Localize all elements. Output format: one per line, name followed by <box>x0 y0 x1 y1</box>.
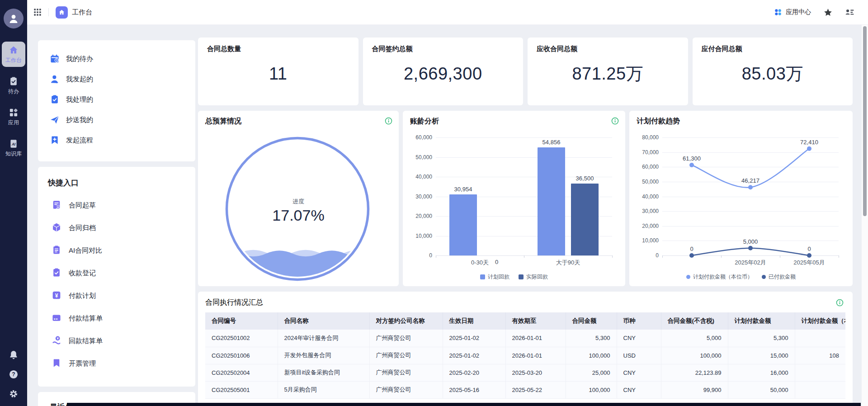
svg-text:¥: ¥ <box>57 336 59 340</box>
user-avatar[interactable] <box>4 9 24 28</box>
quick-entry-panel: 快捷入口 合同起草合同归档AI合同对比收款登记¥付款计划付款结算单¥回款结算单开… <box>38 167 195 387</box>
y-axis-tick: 10,000 <box>642 237 659 244</box>
menu-item-my-todos[interactable]: 我的待办 <box>50 54 195 64</box>
table-row-2[interactable]: CG202502004新项目it设备采购合同广州商贸公司2025-02-2020… <box>205 364 845 381</box>
y-axis-tick: 50,000 <box>642 179 659 185</box>
table-cell: 5,000 <box>661 330 728 347</box>
rail-item-workbench[interactable]: 工作台 <box>2 42 25 67</box>
grid-menu-icon[interactable] <box>33 8 42 16</box>
y-axis-tick: 40,000 <box>642 194 659 200</box>
topbar-right: 应用中心 <box>774 8 854 17</box>
stat-card-value: 871.25万 <box>537 53 679 98</box>
contract-summary-panel: 合同执行情况汇总 合同编号合同名称对方签约公司名称生效日期有效期至合同金额币种合… <box>198 292 853 406</box>
menu-item-label: 付款结算单 <box>69 314 103 323</box>
menu-item-my-initiated[interactable]: 我发起的 <box>50 74 195 84</box>
table-cell: 2025-01-02 <box>443 347 505 364</box>
workbench-home-badge[interactable] <box>56 6 68 19</box>
home-icon <box>58 9 65 16</box>
quick-item-receipt-settlement[interactable]: ¥回款结算单 <box>52 335 195 347</box>
table-cell: 广州商贸公司 <box>369 381 443 398</box>
svg-text:AI: AI <box>11 142 16 146</box>
rail-item-todo[interactable]: 待办 <box>2 73 25 98</box>
table-cell: CNY <box>617 330 661 347</box>
quick-item-contract-draft[interactable]: 合同起草 <box>52 199 195 211</box>
quick-item-ai-contract-compare[interactable]: AI合同对比 <box>52 245 195 256</box>
info-icon[interactable] <box>385 117 392 125</box>
table-cell: CG202502004 <box>205 364 278 381</box>
legend-item[interactable]: 实际回款 <box>519 273 548 281</box>
my-work-menu: 我的待办我发起的我处理的抄送我的发起流程 <box>50 54 195 145</box>
quick-item-contract-archive[interactable]: 合同归档 <box>52 222 195 234</box>
chart-legend: 计划回款实际回款 <box>403 273 625 281</box>
table-row-1[interactable]: CG202501006开发外包服务合同广州商贸公司2025-01-022026-… <box>205 347 845 364</box>
ai-book-icon: AI <box>9 139 19 149</box>
charts-row: 总预算情况 进度 17.07% 账龄分析 010,00020,00030,000… <box>198 111 853 286</box>
legend-item[interactable]: 计划付款金额（本位币） <box>686 273 753 281</box>
quick-item-invoice-management[interactable]: 开票管理 <box>52 358 195 369</box>
y-axis-tick: 60,000 <box>415 134 432 141</box>
page-title: 工作台 <box>72 8 92 17</box>
settings-gear-icon[interactable] <box>9 389 19 399</box>
menu-item-cc-to-me[interactable]: 抄送我的 <box>50 115 195 125</box>
app-center-button[interactable]: 应用中心 <box>774 8 811 16</box>
table-cell: 2026-01-01 <box>505 347 566 364</box>
payment-trend-panel: 计划付款趋势 010,00020,00030,00040,00050,00060… <box>629 111 853 286</box>
menu-item-label: 合同起草 <box>69 201 96 210</box>
stat-card-3: 应付合同总额85.03万 <box>693 38 853 105</box>
y-axis-tick: 30,000 <box>415 194 432 200</box>
horizontal-scrollbar[interactable] <box>67 403 861 406</box>
table-cell: 22,123.89 <box>661 364 728 381</box>
table-cell <box>795 364 845 381</box>
rail-item-knowledge-base[interactable]: AI知识库 <box>2 135 25 161</box>
quick-item-payment-settlement[interactable]: 付款结算单 <box>52 312 195 324</box>
y-axis-tick: 70,000 <box>642 149 659 156</box>
legend-swatch <box>762 275 766 279</box>
legend-item[interactable]: 已付款金额 <box>762 273 796 281</box>
menu-item-my-processed[interactable]: 我处理的 <box>50 94 195 104</box>
table-cell: 100,000 <box>566 381 617 398</box>
bookmark-plus-icon <box>50 135 60 145</box>
favorite-star-icon[interactable] <box>824 8 832 17</box>
legend-item[interactable]: 计划回款 <box>480 273 509 281</box>
four-dot-apps-icon <box>774 8 782 16</box>
payment-trend-title: 计划付款趋势 <box>637 117 680 126</box>
chart-legend: 计划付款金额（本位币）已付款金额 <box>629 273 853 281</box>
stat-card-label: 合同总数量 <box>207 45 349 53</box>
contract-table: 合同编号合同名称对方签约公司名称生效日期有效期至合同金额币种合同金额(不含税)计… <box>205 312 845 399</box>
table-cell: 2025-01-02 <box>443 330 505 347</box>
x-axis-category: 2025年05月 <box>793 259 825 267</box>
table-cell: 50,000 <box>728 381 795 398</box>
info-icon[interactable] <box>611 117 619 125</box>
table-row-0[interactable]: CG2025010022024年审计服务合同广州商贸公司2025-01-0220… <box>205 330 845 347</box>
menu-item-label: 我处理的 <box>66 95 93 104</box>
x-axis-category: 2025年02月 <box>735 259 766 267</box>
quick-item-payment-plan[interactable]: ¥付款计划 <box>52 290 195 302</box>
table-cell: USD <box>617 347 661 364</box>
table-cell: 100,000 <box>661 347 728 364</box>
menu-item-label: 付款计划 <box>69 292 96 300</box>
stat-card-0: 合同总数量11 <box>198 38 359 105</box>
clipboard-check-icon <box>50 94 60 104</box>
vertical-scrollbar-thumb[interactable] <box>863 26 867 216</box>
hand-coin-icon: ¥ <box>52 335 63 347</box>
vertical-scrollbar-track[interactable] <box>862 25 868 406</box>
topbar: 工作台 应用中心 <box>27 0 868 25</box>
table-row-3[interactable]: CG2025050015月采购合同广州商贸公司2025-05-162025-05… <box>205 381 845 398</box>
contacts-icon[interactable] <box>845 8 854 17</box>
stat-card-label: 应付合同总额 <box>702 45 844 53</box>
info-icon[interactable] <box>836 299 844 307</box>
quick-item-receipt-register[interactable]: 收款登记 <box>52 267 195 279</box>
table-cell: 5,300 <box>566 330 617 347</box>
menu-item-label: AI合同对比 <box>69 246 102 255</box>
rail-item-label: 待办 <box>8 88 19 95</box>
stat-card-label: 应收合同总额 <box>537 45 679 53</box>
table-cell: 2026-01-01 <box>505 330 566 347</box>
table-cell: 99,900 <box>661 381 728 398</box>
help-icon[interactable]: ? <box>9 369 19 379</box>
x-axis-category: 0-30天 <box>471 259 489 267</box>
legend-label: 计划回款 <box>488 273 509 281</box>
rail-item-apps[interactable]: 应用 <box>2 104 25 129</box>
cube-icon <box>52 222 63 234</box>
menu-item-start-process[interactable]: 发起流程 <box>50 135 195 145</box>
notification-bell-icon[interactable] <box>9 350 19 360</box>
